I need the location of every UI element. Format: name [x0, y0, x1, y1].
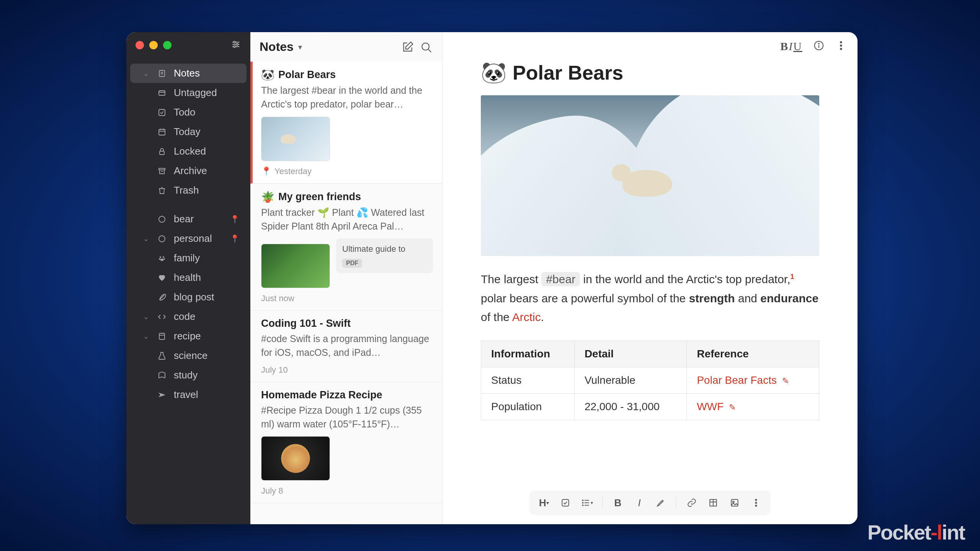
editor-header: BIU — [443, 32, 858, 60]
pin-icon: 📍 — [230, 234, 240, 243]
chevron-down-icon: ⌄ — [143, 313, 150, 321]
sidebar-item-Untagged[interactable]: Untagged — [130, 83, 247, 103]
tag-icon — [157, 88, 167, 98]
note-list-header: Notes ▾ — [250, 32, 442, 62]
table-cell-reference[interactable]: WWF ✎ — [687, 393, 819, 420]
note-preview: #code Swift is a programming language fo… — [261, 332, 433, 360]
sidebar-item-bear[interactable]: bear📍 — [130, 209, 247, 229]
heading-button[interactable]: H▾ — [536, 494, 552, 511]
minimize-window-button[interactable] — [149, 41, 158, 49]
svg-point-24 — [163, 256, 164, 258]
sidebar-item-travel[interactable]: travel — [130, 385, 247, 404]
svg-rect-11 — [159, 109, 165, 116]
note-preview: Plant tracker 🌱 Plant 💦 Watered last Spi… — [261, 205, 433, 233]
svg-rect-29 — [159, 333, 165, 339]
close-window-button[interactable] — [136, 41, 144, 49]
svg-rect-6 — [159, 70, 165, 77]
table-row[interactable]: StatusVulnerablePolar Bear Facts ✎ — [481, 367, 819, 393]
flask-icon — [157, 351, 167, 360]
sidebar-item-label: Untagged — [174, 87, 217, 99]
note-icon — [157, 69, 167, 78]
sidebar-item-label: code — [174, 311, 195, 323]
note-card-title: Homemade Pizza Recipe — [261, 389, 433, 401]
svg-point-23 — [160, 256, 161, 258]
note-emoji: 🪴 — [261, 191, 274, 203]
sidebar-item-personal[interactable]: ⌄personal📍 — [130, 229, 247, 248]
note-card[interactable]: Coding 101 - Swift#code Swift is a progr… — [250, 311, 442, 382]
sidebar-item-health[interactable]: health — [130, 268, 247, 287]
note-card-title: 🐼Polar Bears — [261, 68, 433, 81]
svg-point-3 — [234, 41, 235, 43]
sidebar-item-family[interactable]: family — [130, 248, 247, 268]
chevron-down-icon[interactable]: ▾ — [298, 42, 302, 52]
svg-point-36 — [840, 41, 842, 43]
format-biu-button[interactable]: BIU — [780, 40, 802, 53]
sidebar: ⌄NotesUntaggedTodoTodayLockedArchiveTras… — [126, 32, 250, 524]
table-cell: 22,000 - 31,000 — [574, 393, 687, 420]
hero-image[interactable] — [481, 95, 819, 256]
sidebar-item-Trash[interactable]: Trash — [130, 181, 247, 200]
link-button[interactable] — [683, 494, 700, 511]
document-paragraph[interactable]: The largest #bear in the world and the A… — [481, 270, 819, 327]
svg-point-45 — [582, 505, 583, 505]
settings-icon[interactable] — [230, 39, 241, 51]
table-row[interactable]: Population22,000 - 31,000WWF ✎ — [481, 393, 819, 420]
attachment-card[interactable]: Ultimate guide toPDF — [336, 238, 433, 273]
svg-point-26 — [163, 258, 165, 260]
attachment-title: Ultimate guide to — [342, 244, 427, 255]
table-cell-reference[interactable]: Polar Bear Facts ✎ — [687, 367, 819, 393]
more-icon[interactable] — [835, 40, 847, 53]
sidebar-item-label: recipe — [174, 330, 201, 342]
image-button[interactable] — [726, 494, 743, 511]
editor-body[interactable]: 🐼 Polar Bears The largest #bear in the w… — [443, 60, 858, 491]
trash-icon — [157, 186, 167, 195]
arctic-link[interactable]: Arctic — [512, 311, 541, 323]
tagcircle-icon — [157, 234, 167, 243]
note-card[interactable]: 🐼Polar BearsThe largest #bear in the wor… — [250, 62, 442, 184]
sidebar-item-science[interactable]: science — [130, 346, 247, 365]
info-table[interactable]: InformationDetailReference StatusVulnera… — [481, 341, 819, 420]
editor-panel: BIU 🐼 Polar Bears The largest #bear in t… — [443, 32, 858, 524]
sidebar-item-recipe[interactable]: ⌄recipe — [130, 326, 247, 346]
maximize-window-button[interactable] — [163, 41, 172, 49]
svg-point-5 — [234, 46, 235, 48]
sidebar-item-Notes[interactable]: ⌄Notes — [130, 64, 247, 83]
document-title-text: Polar Bears — [513, 61, 623, 84]
note-card[interactable]: 🪴My green friendsPlant tracker 🌱 Plant 💦… — [250, 184, 442, 311]
search-icon[interactable] — [419, 40, 433, 54]
note-card-title: Coding 101 - Swift — [261, 318, 433, 329]
bold-button[interactable]: B — [609, 494, 626, 511]
svg-point-53 — [755, 505, 756, 506]
italic-button[interactable]: I — [631, 494, 648, 511]
highlight-button[interactable] — [652, 494, 669, 511]
footnote-ref[interactable]: 1 — [791, 273, 794, 280]
compose-icon[interactable] — [401, 40, 415, 54]
svg-point-37 — [840, 45, 842, 46]
sidebar-item-Archive[interactable]: Archive — [130, 161, 247, 181]
sidebar-item-Locked[interactable]: Locked — [130, 142, 247, 161]
plane-icon — [157, 390, 167, 399]
recipe-icon — [157, 332, 167, 341]
hashtag-chip[interactable]: #bear — [541, 272, 580, 286]
table-button[interactable] — [705, 494, 722, 511]
code-icon — [157, 312, 167, 321]
note-thumbnail — [261, 117, 330, 161]
check-icon — [157, 108, 167, 117]
document-title[interactable]: 🐼 Polar Bears — [481, 60, 819, 85]
note-card-title: 🪴My green friends — [261, 191, 433, 203]
note-card[interactable]: Homemade Pizza Recipe#Recipe Pizza Dough… — [250, 382, 442, 504]
pin-icon: 📍 — [230, 215, 240, 224]
sidebar-item-Today[interactable]: Today — [130, 122, 247, 142]
note-date: Just now — [261, 293, 433, 303]
toolbar-more-icon[interactable] — [748, 494, 764, 511]
sidebar-item-code[interactable]: ⌄code — [130, 307, 247, 326]
svg-point-31 — [422, 43, 429, 50]
note-list-title[interactable]: Notes — [260, 40, 294, 54]
checklist-button[interactable] — [557, 494, 574, 511]
info-icon[interactable] — [813, 40, 825, 53]
archive-icon — [157, 166, 167, 176]
sidebar-item-Todo[interactable]: Todo — [130, 103, 247, 122]
list-button[interactable]: ▾ — [578, 494, 595, 511]
sidebar-item-blog-post[interactable]: blog post — [130, 287, 247, 307]
sidebar-item-study[interactable]: study — [130, 365, 247, 385]
